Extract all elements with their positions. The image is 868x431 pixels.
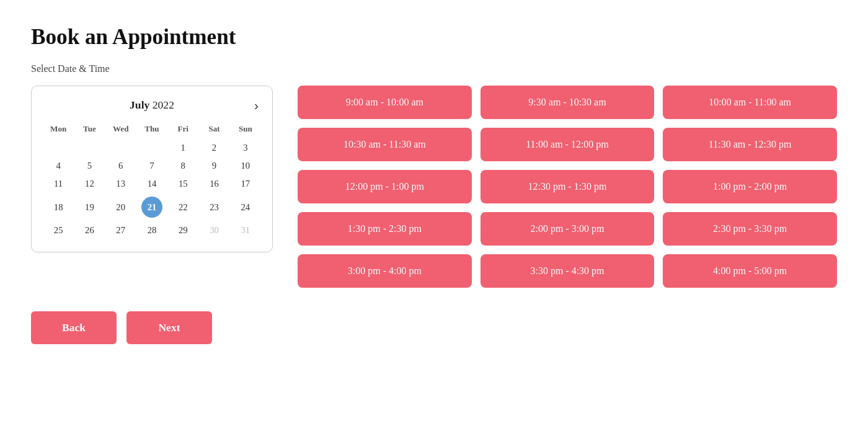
calendar-day[interactable]: 23 (198, 193, 229, 221)
weekday-header: Thu (136, 122, 167, 139)
timeslot-button[interactable]: 11:30 am - 12:30 pm (663, 128, 837, 161)
calendar-header: July 2022 › (43, 99, 261, 112)
weekday-header: Fri (167, 122, 198, 139)
calendar-day[interactable]: 10 (230, 157, 261, 175)
calendar-day[interactable]: 1 (167, 139, 198, 157)
timeslot-button[interactable]: 3:30 pm - 4:30 pm (480, 254, 655, 288)
timeslots-grid: 9:00 am - 10:00 am9:30 am - 10:30 am10:0… (298, 86, 837, 288)
calendar-month: July (130, 99, 149, 111)
page-title: Book an Appointment (31, 25, 837, 50)
calendar-day[interactable]: 18 (43, 193, 74, 221)
bottom-actions: Back Next (31, 311, 837, 344)
back-button[interactable]: Back (31, 311, 117, 344)
weekday-header: Mon (43, 122, 74, 139)
calendar-day[interactable]: 22 (167, 193, 198, 221)
calendar-day[interactable]: 21 (136, 193, 167, 221)
calendar-year: 2022 (153, 99, 174, 111)
timeslot-button[interactable]: 1:30 pm - 2:30 pm (298, 212, 472, 246)
timeslots-container: 9:00 am - 10:00 am9:30 am - 10:30 am10:0… (298, 86, 837, 288)
calendar-next-button[interactable]: › (252, 98, 261, 113)
calendar-day[interactable]: 3 (230, 139, 261, 157)
calendar-day[interactable]: 15 (167, 175, 198, 193)
calendar-day[interactable]: 25 (43, 221, 74, 239)
calendar-day[interactable]: 11 (43, 175, 74, 193)
calendar-day[interactable]: 2 (198, 139, 229, 157)
timeslot-button[interactable]: 10:30 am - 11:30 am (298, 128, 472, 161)
weekday-header: Sat (198, 122, 229, 139)
calendar-day[interactable]: 26 (74, 221, 105, 239)
calendar-day (74, 139, 105, 157)
calendar: July 2022 › MonTueWedThuFriSatSun 123456… (31, 86, 273, 252)
calendar-day (136, 139, 167, 157)
calendar-day[interactable]: 19 (74, 193, 105, 221)
timeslot-button[interactable]: 12:30 pm - 1:30 pm (480, 170, 655, 203)
timeslot-button[interactable]: 12:00 pm - 1:00 pm (298, 170, 472, 203)
weekday-header: Sun (230, 122, 261, 139)
calendar-day[interactable]: 14 (136, 175, 167, 193)
calendar-day[interactable]: 16 (198, 175, 229, 193)
calendar-title: July 2022 (130, 99, 174, 112)
calendar-day[interactable]: 30 (198, 221, 229, 239)
timeslot-button[interactable]: 2:30 pm - 3:30 pm (663, 212, 837, 246)
calendar-day[interactable]: 13 (105, 175, 136, 193)
calendar-day (105, 139, 136, 157)
calendar-day[interactable]: 9 (198, 157, 229, 175)
calendar-day[interactable]: 28 (136, 221, 167, 239)
timeslot-button[interactable]: 2:00 pm - 3:00 pm (480, 212, 655, 246)
calendar-day[interactable]: 8 (167, 157, 198, 175)
timeslot-button[interactable]: 4:00 pm - 5:00 pm (663, 254, 837, 288)
calendar-day[interactable]: 24 (230, 193, 261, 221)
calendar-day[interactable]: 17 (230, 175, 261, 193)
calendar-day[interactable]: 7 (136, 157, 167, 175)
section-label: Select Date & Time (31, 63, 837, 74)
main-content: July 2022 › MonTueWedThuFriSatSun 123456… (31, 86, 837, 288)
next-button[interactable]: Next (126, 311, 212, 344)
calendar-day[interactable]: 29 (167, 221, 198, 239)
calendar-day[interactable]: 12 (74, 175, 105, 193)
calendar-day[interactable]: 27 (105, 221, 136, 239)
timeslot-button[interactable]: 10:00 am - 11:00 am (663, 86, 837, 119)
selected-day-circle: 21 (141, 197, 162, 218)
calendar-day[interactable]: 4 (43, 157, 74, 175)
calendar-day[interactable]: 31 (230, 221, 261, 239)
timeslot-button[interactable]: 11:00 am - 12:00 pm (480, 128, 655, 161)
timeslot-button[interactable]: 9:00 am - 10:00 am (298, 86, 472, 119)
weekday-header: Tue (74, 122, 105, 139)
calendar-day[interactable]: 20 (105, 193, 136, 221)
timeslot-button[interactable]: 1:00 pm - 2:00 pm (663, 170, 837, 203)
timeslot-button[interactable]: 9:30 am - 10:30 am (480, 86, 655, 119)
weekday-header: Wed (105, 122, 136, 139)
calendar-day[interactable]: 5 (74, 157, 105, 175)
calendar-day (43, 139, 74, 157)
calendar-grid: MonTueWedThuFriSatSun 123456789101112131… (43, 122, 261, 239)
calendar-day[interactable]: 6 (105, 157, 136, 175)
timeslot-button[interactable]: 3:00 pm - 4:00 pm (298, 254, 472, 288)
